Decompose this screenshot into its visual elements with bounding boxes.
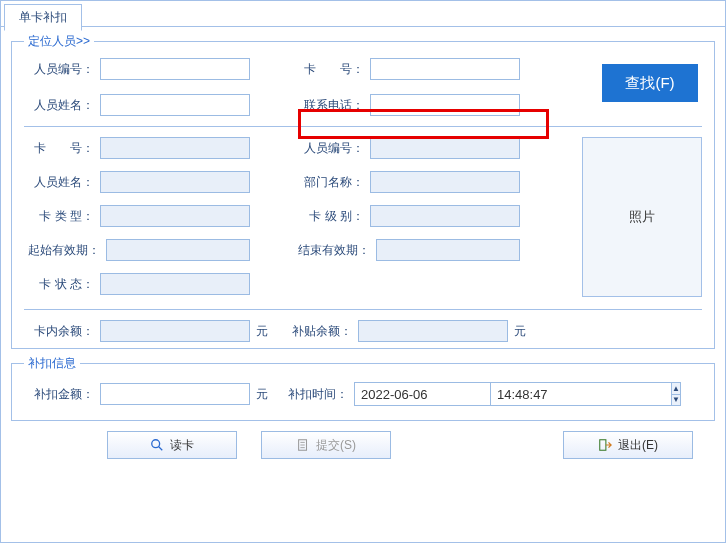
svg-point-0 <box>152 440 160 448</box>
emp-name-input[interactable] <box>100 94 250 116</box>
search-icon <box>150 438 164 452</box>
supp-time-label: 补扣时间： <box>282 386 348 403</box>
tab-single-card[interactable]: 单卡补扣 <box>4 4 82 31</box>
main-window: 单卡补扣 定位人员>> 人员编号： 卡 号： <box>0 0 726 543</box>
submit-button[interactable]: 提交(S) <box>261 431 391 459</box>
photo-box: 照片 <box>582 137 702 297</box>
document-icon <box>296 438 310 452</box>
info-emp-no <box>370 137 520 159</box>
supp-amount-input[interactable] <box>100 383 250 405</box>
photo-label: 照片 <box>629 208 655 226</box>
card-no-label: 卡 号： <box>294 61 364 78</box>
card-balance <box>100 320 250 342</box>
locate-legend: 定位人员>> <box>24 33 94 50</box>
emp-no-input[interactable] <box>100 58 250 80</box>
supp-time-picker[interactable]: ▲ ▼ <box>490 382 622 406</box>
card-balance-label: 卡内余额： <box>24 323 94 340</box>
phone-label: 联系电话： <box>294 97 364 114</box>
card-no-input[interactable] <box>370 58 520 80</box>
supp-legend: 补扣信息 <box>24 355 80 372</box>
spin-down-icon[interactable]: ▼ <box>672 395 680 406</box>
info-emp-name-label: 人员姓名： <box>24 174 94 191</box>
info-start <box>106 239 250 261</box>
emp-no-label: 人员编号： <box>24 61 94 78</box>
supp-date-picker[interactable]: ▾ <box>354 382 484 406</box>
divider-1 <box>24 126 702 127</box>
supp-amount-label: 补扣金额： <box>24 386 94 403</box>
read-card-label: 读卡 <box>170 437 194 454</box>
supp-fieldset: 补扣信息 补扣金额： 元 补扣时间： ▾ ▲ ▼ <box>11 355 715 421</box>
supp-amount-unit: 元 <box>256 386 268 403</box>
divider-2 <box>24 309 702 310</box>
info-status-label: 卡 状 态： <box>24 276 94 293</box>
info-emp-no-label: 人员编号： <box>294 140 364 157</box>
info-card-level <box>370 205 520 227</box>
exit-icon <box>598 438 612 452</box>
supp-time-input[interactable] <box>490 382 671 406</box>
info-end <box>376 239 520 261</box>
info-card-level-label: 卡 级 别： <box>294 208 364 225</box>
sub-balance-label: 补贴余额： <box>282 323 352 340</box>
info-end-label: 结束有效期： <box>294 242 370 259</box>
info-emp-name <box>100 171 250 193</box>
info-status <box>100 273 250 295</box>
phone-input[interactable] <box>370 94 520 116</box>
sub-balance <box>358 320 508 342</box>
info-start-label: 起始有效期： <box>24 242 100 259</box>
exit-label: 退出(E) <box>618 437 658 454</box>
tab-strip: 单卡补扣 <box>1 1 725 27</box>
exit-button[interactable]: 退出(E) <box>563 431 693 459</box>
info-card-no <box>100 137 250 159</box>
submit-label: 提交(S) <box>316 437 356 454</box>
svg-rect-6 <box>600 440 606 451</box>
find-button[interactable]: 查找(F) <box>602 64 698 102</box>
read-card-button[interactable]: 读卡 <box>107 431 237 459</box>
panel: 定位人员>> 人员编号： 卡 号： <box>1 27 725 465</box>
info-card-type-label: 卡 类 型： <box>24 208 94 225</box>
info-dept-label: 部门名称： <box>294 174 364 191</box>
locate-fieldset: 定位人员>> 人员编号： 卡 号： <box>11 33 715 349</box>
svg-line-1 <box>159 447 163 451</box>
info-dept <box>370 171 520 193</box>
spin-up-icon[interactable]: ▲ <box>672 383 680 395</box>
info-card-type <box>100 205 250 227</box>
sub-balance-unit: 元 <box>514 323 526 340</box>
emp-name-label: 人员姓名： <box>24 97 94 114</box>
info-card-no-label: 卡 号： <box>24 140 94 157</box>
button-bar: 读卡 提交(S) 退出(E) <box>11 421 715 459</box>
card-balance-unit: 元 <box>256 323 268 340</box>
